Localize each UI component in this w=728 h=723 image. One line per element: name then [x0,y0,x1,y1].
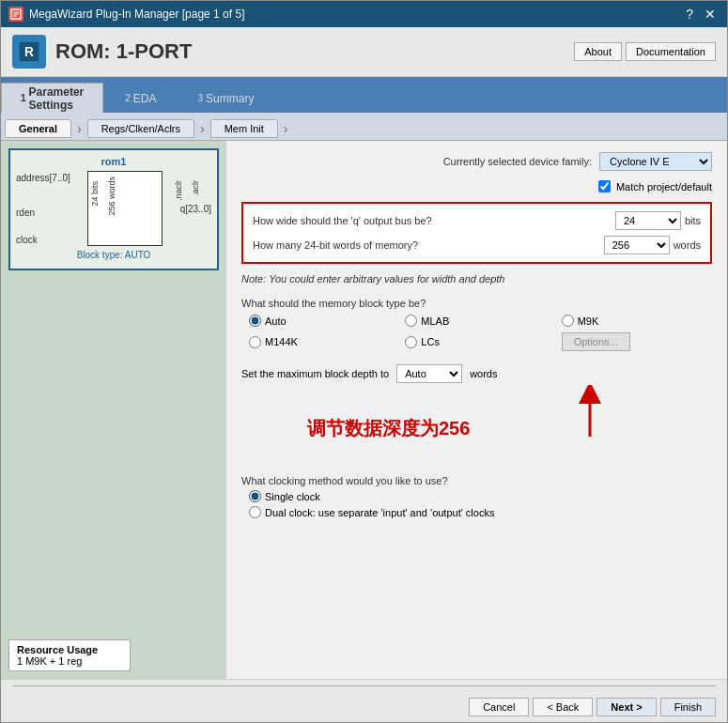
options-button[interactable]: Options... [562,332,630,351]
clock-dual-row: Dual clock: use separate 'input' and 'ou… [249,506,712,518]
chip-title: rom1 [16,156,211,167]
close-button[interactable]: ✕ [701,7,720,22]
page-title: ROM: 1-PORT [55,39,192,64]
radio-mlab-input[interactable] [405,315,417,327]
back-button[interactable]: < Back [533,698,593,716]
bottom-divider [12,685,716,686]
width-unit: bits [685,215,701,226]
device-family-row: Currently selected device family: Cyclon… [241,152,712,171]
help-button[interactable]: ? [682,7,697,22]
right-panel: Currently selected device family: Cyclon… [226,141,727,679]
radio-m9k-label: M9K [578,315,599,327]
chip-ports-right: q[23..0] [180,204,211,214]
params-red-box: How wide should the 'q' output bus be? 2… [241,202,712,264]
clock-single-input[interactable] [249,490,261,502]
tab-eda-label: EDA [133,92,157,105]
tab-summary[interactable]: 3 Summary [178,83,274,113]
tab-parameter-settings[interactable]: 1 ParameterSettings [1,83,103,113]
clock-dual-input[interactable] [249,506,261,518]
resource-line2: 1 M9K + 1 reg [17,655,122,667]
subtab-regs[interactable]: Regs/Clken/Aclrs [87,119,194,138]
width-label: How wide should the 'q' output bus be? [253,215,432,226]
match-project-checkbox[interactable] [598,180,611,192]
header-icon: R [12,35,46,69]
max-depth-label: Set the maximum block depth to [241,368,389,379]
tab-parameter-num: 1 [21,93,26,103]
footer-buttons: Cancel < Back Next > Finish [12,698,716,716]
options-btn-cell: Options... [562,332,712,351]
device-family-label: Currently selected device family: [443,156,592,167]
depth-label: How many 24-bit words of memory? [253,239,418,251]
window-title: MegaWizard Plug-In Manager [page 1 of 5] [29,8,244,21]
arrow-right-2: › [196,121,209,136]
radio-auto: Auto [249,315,399,327]
port-clock: clock [16,235,70,245]
clock-single-label: Single clock [265,491,320,502]
annotation-text: 调节数据深度为256 [307,416,470,441]
radio-mlab: MLAB [405,315,555,327]
width-input-group: 24 8 16 32 bits [615,211,701,230]
tab-summary-num: 3 [198,93,204,103]
svg-text:R: R [24,45,34,59]
title-bar-controls: ? ✕ [682,7,720,22]
memory-block-options: Auto MLAB M9K M144K [241,315,712,351]
header-title: R ROM: 1-PORT [12,35,192,69]
match-project-label: Match project/default [616,181,712,192]
max-depth-select[interactable]: Auto 32 64 128 256 512 1024 2048 [396,364,462,383]
clock-options: Single clock Dual clock: use separate 'i… [249,490,712,518]
about-button[interactable]: About [574,42,622,61]
radio-m9k: M9K [562,315,712,327]
bottom-bar: Cancel < Back Next > Finish [1,679,727,722]
sub-tabs-row: General › Regs/Clken/Aclrs › Mem Init › [1,113,727,141]
radio-auto-input[interactable] [249,315,261,327]
port-rden: rden [16,208,70,218]
title-bar-left: MegaWizard Plug-In Manager [page 1 of 5] [8,7,244,22]
radio-m9k-input[interactable] [562,315,574,327]
left-panel-spacer [8,274,219,636]
chip-ports-left: address[7..0] rden clock [16,173,70,245]
next-button[interactable]: Next > [596,698,656,716]
width-param-row: How wide should the 'q' output bus be? 2… [253,211,701,230]
cancel-button[interactable]: Cancel [469,698,529,716]
tab-eda-num: 2 [125,93,131,103]
main-window: MegaWizard Plug-In Manager [page 1 of 5]… [0,0,728,723]
main-content: rom1 address[7..0] rden clock 24 bits 25… [1,141,727,679]
memory-block-section: What should the memory block type be? Au… [241,294,712,351]
subtab-mem-init[interactable]: Mem Init [210,119,278,138]
radio-m144k-label: M144K [265,336,298,347]
radio-lcs: LCs [405,332,555,351]
width-select[interactable]: 24 8 16 32 [615,211,681,230]
device-family-select[interactable]: Cyclone IV E [599,152,712,171]
chip-box: 24 bits 256 words [87,171,163,246]
block-type: Block type: AUTO [16,250,211,260]
depth-unit: words [674,239,701,251]
clock-label: What clocking method would you like to u… [241,475,712,486]
radio-m144k-input[interactable] [249,336,261,348]
arrow-right-1: › [73,121,85,136]
port-q: q[23..0] [180,204,211,214]
subtab-general[interactable]: General [5,119,71,138]
clock-single-row: Single clock [249,490,712,502]
radio-lcs-label: LCs [421,336,440,347]
depth-select[interactable]: 256 64 128 512 1024 [604,236,670,254]
note-text: Note: You could enter arbitrary values f… [241,273,712,285]
finish-button[interactable]: Finish [660,698,716,716]
depth-param-row: How many 24-bit words of memory? 256 64 … [253,236,701,254]
depth-input-group: 256 64 128 512 1024 words [604,236,701,254]
arrow-up-indicator [571,383,609,444]
tab-parameter-label: ParameterSettings [29,85,85,112]
match-project-row: Match project/default [241,180,712,192]
radio-m144k: M144K [249,332,399,351]
tabs-row: 1 ParameterSettings 2 EDA 3 Summary [1,77,727,113]
tab-summary-label: Summary [206,92,254,105]
radio-lcs-input[interactable] [405,336,417,348]
tab-eda[interactable]: 2 EDA [105,83,176,113]
left-panel: rom1 address[7..0] rden clock 24 bits 25… [1,141,226,679]
clock-section: What clocking method would you like to u… [241,475,712,518]
header-buttons: About Documentation [574,42,716,61]
header-area: R ROM: 1-PORT About Documentation [1,27,727,77]
documentation-button[interactable]: Documentation [626,42,716,61]
chip-inner: address[7..0] rden clock 24 bits 256 wor… [16,171,211,246]
chip-diagram: rom1 address[7..0] rden clock 24 bits 25… [8,148,219,270]
app-icon [8,7,23,22]
